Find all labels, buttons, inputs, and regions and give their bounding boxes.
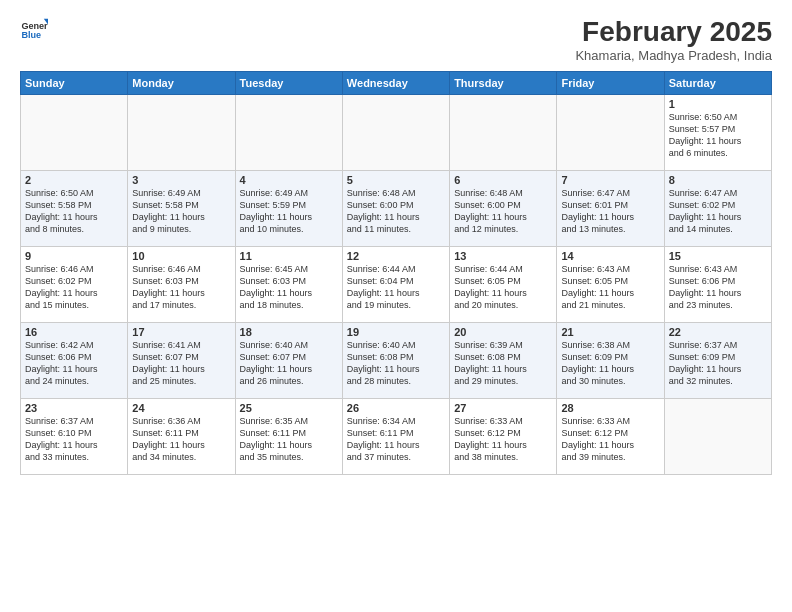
- calendar-cell: [342, 95, 449, 171]
- subtitle: Khamaria, Madhya Pradesh, India: [575, 48, 772, 63]
- day-number: 27: [454, 402, 552, 414]
- calendar-cell: 19Sunrise: 6:40 AM Sunset: 6:08 PM Dayli…: [342, 323, 449, 399]
- calendar-cell: 20Sunrise: 6:39 AM Sunset: 6:08 PM Dayli…: [450, 323, 557, 399]
- calendar-cell: 14Sunrise: 6:43 AM Sunset: 6:05 PM Dayli…: [557, 247, 664, 323]
- header: GeneralBlue General Blue February 2025 K…: [20, 16, 772, 63]
- day-info: Sunrise: 6:42 AM Sunset: 6:06 PM Dayligh…: [25, 339, 123, 388]
- title-block: February 2025 Khamaria, Madhya Pradesh, …: [575, 16, 772, 63]
- calendar-cell: 17Sunrise: 6:41 AM Sunset: 6:07 PM Dayli…: [128, 323, 235, 399]
- day-number: 1: [669, 98, 767, 110]
- calendar-cell: 12Sunrise: 6:44 AM Sunset: 6:04 PM Dayli…: [342, 247, 449, 323]
- calendar-cell: 13Sunrise: 6:44 AM Sunset: 6:05 PM Dayli…: [450, 247, 557, 323]
- logo: GeneralBlue General Blue: [20, 16, 48, 44]
- calendar-cell: 2Sunrise: 6:50 AM Sunset: 5:58 PM Daylig…: [21, 171, 128, 247]
- calendar-cell: 8Sunrise: 6:47 AM Sunset: 6:02 PM Daylig…: [664, 171, 771, 247]
- calendar-cell: 11Sunrise: 6:45 AM Sunset: 6:03 PM Dayli…: [235, 247, 342, 323]
- calendar-cell: [557, 95, 664, 171]
- calendar-cell: 18Sunrise: 6:40 AM Sunset: 6:07 PM Dayli…: [235, 323, 342, 399]
- day-number: 25: [240, 402, 338, 414]
- calendar-cell: 23Sunrise: 6:37 AM Sunset: 6:10 PM Dayli…: [21, 399, 128, 475]
- day-info: Sunrise: 6:43 AM Sunset: 6:06 PM Dayligh…: [669, 263, 767, 312]
- day-info: Sunrise: 6:47 AM Sunset: 6:02 PM Dayligh…: [669, 187, 767, 236]
- main-title: February 2025: [575, 16, 772, 48]
- day-info: Sunrise: 6:36 AM Sunset: 6:11 PM Dayligh…: [132, 415, 230, 464]
- day-number: 20: [454, 326, 552, 338]
- day-number: 8: [669, 174, 767, 186]
- calendar-cell: [128, 95, 235, 171]
- day-info: Sunrise: 6:50 AM Sunset: 5:58 PM Dayligh…: [25, 187, 123, 236]
- calendar-cell: 4Sunrise: 6:49 AM Sunset: 5:59 PM Daylig…: [235, 171, 342, 247]
- page: GeneralBlue General Blue February 2025 K…: [0, 0, 792, 612]
- day-info: Sunrise: 6:34 AM Sunset: 6:11 PM Dayligh…: [347, 415, 445, 464]
- day-info: Sunrise: 6:37 AM Sunset: 6:10 PM Dayligh…: [25, 415, 123, 464]
- day-info: Sunrise: 6:45 AM Sunset: 6:03 PM Dayligh…: [240, 263, 338, 312]
- calendar-cell: [664, 399, 771, 475]
- day-info: Sunrise: 6:40 AM Sunset: 6:07 PM Dayligh…: [240, 339, 338, 388]
- day-info: Sunrise: 6:46 AM Sunset: 6:02 PM Dayligh…: [25, 263, 123, 312]
- day-info: Sunrise: 6:35 AM Sunset: 6:11 PM Dayligh…: [240, 415, 338, 464]
- day-info: Sunrise: 6:39 AM Sunset: 6:08 PM Dayligh…: [454, 339, 552, 388]
- day-info: Sunrise: 6:50 AM Sunset: 5:57 PM Dayligh…: [669, 111, 767, 160]
- calendar-week-4: 16Sunrise: 6:42 AM Sunset: 6:06 PM Dayli…: [21, 323, 772, 399]
- weekday-header-wednesday: Wednesday: [342, 72, 449, 95]
- calendar-cell: 27Sunrise: 6:33 AM Sunset: 6:12 PM Dayli…: [450, 399, 557, 475]
- svg-text:Blue: Blue: [21, 30, 41, 40]
- day-info: Sunrise: 6:44 AM Sunset: 6:05 PM Dayligh…: [454, 263, 552, 312]
- day-info: Sunrise: 6:48 AM Sunset: 6:00 PM Dayligh…: [454, 187, 552, 236]
- day-info: Sunrise: 6:33 AM Sunset: 6:12 PM Dayligh…: [561, 415, 659, 464]
- weekday-header-thursday: Thursday: [450, 72, 557, 95]
- day-number: 10: [132, 250, 230, 262]
- calendar-cell: 10Sunrise: 6:46 AM Sunset: 6:03 PM Dayli…: [128, 247, 235, 323]
- day-number: 4: [240, 174, 338, 186]
- calendar-header-row: SundayMondayTuesdayWednesdayThursdayFrid…: [21, 72, 772, 95]
- day-number: 5: [347, 174, 445, 186]
- day-info: Sunrise: 6:49 AM Sunset: 5:58 PM Dayligh…: [132, 187, 230, 236]
- day-info: Sunrise: 6:41 AM Sunset: 6:07 PM Dayligh…: [132, 339, 230, 388]
- calendar-cell: 1Sunrise: 6:50 AM Sunset: 5:57 PM Daylig…: [664, 95, 771, 171]
- calendar-cell: 28Sunrise: 6:33 AM Sunset: 6:12 PM Dayli…: [557, 399, 664, 475]
- day-info: Sunrise: 6:46 AM Sunset: 6:03 PM Dayligh…: [132, 263, 230, 312]
- day-number: 13: [454, 250, 552, 262]
- day-info: Sunrise: 6:49 AM Sunset: 5:59 PM Dayligh…: [240, 187, 338, 236]
- weekday-header-monday: Monday: [128, 72, 235, 95]
- weekday-header-friday: Friday: [557, 72, 664, 95]
- day-number: 11: [240, 250, 338, 262]
- day-number: 7: [561, 174, 659, 186]
- calendar-cell: 21Sunrise: 6:38 AM Sunset: 6:09 PM Dayli…: [557, 323, 664, 399]
- day-number: 23: [25, 402, 123, 414]
- day-info: Sunrise: 6:38 AM Sunset: 6:09 PM Dayligh…: [561, 339, 659, 388]
- calendar-cell: 15Sunrise: 6:43 AM Sunset: 6:06 PM Dayli…: [664, 247, 771, 323]
- day-number: 9: [25, 250, 123, 262]
- calendar-week-1: 1Sunrise: 6:50 AM Sunset: 5:57 PM Daylig…: [21, 95, 772, 171]
- calendar-cell: [235, 95, 342, 171]
- calendar-cell: 6Sunrise: 6:48 AM Sunset: 6:00 PM Daylig…: [450, 171, 557, 247]
- day-number: 2: [25, 174, 123, 186]
- day-info: Sunrise: 6:37 AM Sunset: 6:09 PM Dayligh…: [669, 339, 767, 388]
- day-number: 26: [347, 402, 445, 414]
- svg-text:General: General: [21, 21, 48, 31]
- weekday-header-saturday: Saturday: [664, 72, 771, 95]
- day-number: 12: [347, 250, 445, 262]
- calendar-week-2: 2Sunrise: 6:50 AM Sunset: 5:58 PM Daylig…: [21, 171, 772, 247]
- day-number: 16: [25, 326, 123, 338]
- calendar: SundayMondayTuesdayWednesdayThursdayFrid…: [20, 71, 772, 475]
- calendar-cell: 25Sunrise: 6:35 AM Sunset: 6:11 PM Dayli…: [235, 399, 342, 475]
- calendar-cell: 22Sunrise: 6:37 AM Sunset: 6:09 PM Dayli…: [664, 323, 771, 399]
- day-info: Sunrise: 6:43 AM Sunset: 6:05 PM Dayligh…: [561, 263, 659, 312]
- day-info: Sunrise: 6:48 AM Sunset: 6:00 PM Dayligh…: [347, 187, 445, 236]
- day-number: 21: [561, 326, 659, 338]
- day-number: 3: [132, 174, 230, 186]
- calendar-cell: 24Sunrise: 6:36 AM Sunset: 6:11 PM Dayli…: [128, 399, 235, 475]
- day-info: Sunrise: 6:47 AM Sunset: 6:01 PM Dayligh…: [561, 187, 659, 236]
- day-info: Sunrise: 6:40 AM Sunset: 6:08 PM Dayligh…: [347, 339, 445, 388]
- day-number: 22: [669, 326, 767, 338]
- day-info: Sunrise: 6:33 AM Sunset: 6:12 PM Dayligh…: [454, 415, 552, 464]
- logo-icon: GeneralBlue: [20, 16, 48, 44]
- day-number: 14: [561, 250, 659, 262]
- calendar-week-3: 9Sunrise: 6:46 AM Sunset: 6:02 PM Daylig…: [21, 247, 772, 323]
- day-number: 15: [669, 250, 767, 262]
- calendar-cell: 9Sunrise: 6:46 AM Sunset: 6:02 PM Daylig…: [21, 247, 128, 323]
- calendar-cell: [450, 95, 557, 171]
- calendar-cell: 7Sunrise: 6:47 AM Sunset: 6:01 PM Daylig…: [557, 171, 664, 247]
- weekday-header-tuesday: Tuesday: [235, 72, 342, 95]
